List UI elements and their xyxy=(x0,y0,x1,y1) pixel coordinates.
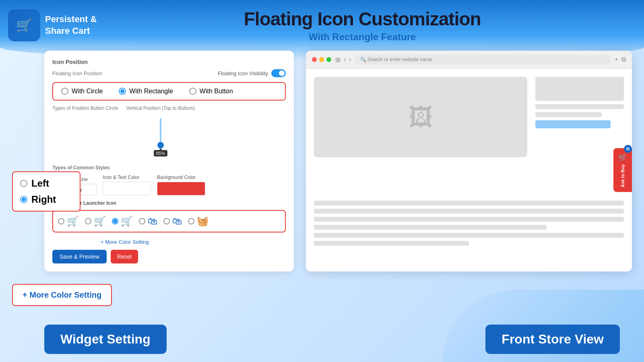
icon-opt-3[interactable]: 🛒 xyxy=(112,216,133,227)
slider-track: 85% xyxy=(160,118,161,154)
back-icon[interactable]: ‹ xyxy=(344,56,346,63)
vertical-slider-area: 85% xyxy=(126,114,195,162)
image-placeholder-icon: 🖼 xyxy=(409,103,433,131)
full-width-lines xyxy=(314,201,624,263)
dot-green[interactable] xyxy=(326,57,331,62)
dot-yellow[interactable] xyxy=(319,57,324,62)
float-text: Ask to Buy xyxy=(620,164,625,187)
left-radio[interactable] xyxy=(20,180,27,187)
icon-radio-4[interactable] xyxy=(139,218,145,224)
icon-opt-5[interactable]: 🛍 xyxy=(163,216,182,227)
background-color-label: Background Color xyxy=(157,175,205,180)
left-option[interactable]: Left xyxy=(20,178,72,189)
with-button-radio[interactable] xyxy=(189,88,196,95)
address-bar[interactable]: 🔍 Search or enter website name xyxy=(355,55,611,64)
dot-red[interactable] xyxy=(312,57,317,62)
with-rectangle-option[interactable]: With Rectangle xyxy=(119,88,173,95)
cart-icon-6: 🧺 xyxy=(197,216,209,227)
browser-dots xyxy=(312,57,331,62)
types-label: Types of Position Button Circle xyxy=(52,105,118,111)
window-icon[interactable]: ⊞ xyxy=(335,56,341,64)
cart-icon-4: 🛍 xyxy=(148,216,157,227)
with-rectangle-radio[interactable] xyxy=(119,88,126,95)
with-button-label: With Button xyxy=(200,88,233,95)
background-color-swatch[interactable] xyxy=(157,182,205,195)
plus-icon[interactable]: + xyxy=(615,56,618,63)
logo-icon: 🛒 xyxy=(16,18,32,33)
visibility-toggle[interactable] xyxy=(271,69,286,77)
action-buttons: Save & Preview Reset xyxy=(52,250,286,263)
vertical-col: Vertical Position (Top to Bottom) 85% xyxy=(126,105,195,162)
icon-text-color-field: Icon & Text Color xyxy=(103,175,151,195)
right-label: Right xyxy=(31,194,56,205)
slider-thumb[interactable]: 85% xyxy=(157,142,164,148)
float-cart-icon: 🛒 xyxy=(618,153,627,162)
sub-title: With Rectangle Feature xyxy=(97,31,628,43)
settings-panel: Left Right + More Color Setting Icon Pos… xyxy=(12,51,294,272)
icon-radio-3[interactable] xyxy=(112,218,118,224)
logo-area: 🛒 Persistent & Share Cart xyxy=(8,9,97,41)
left-label: Left xyxy=(31,178,49,189)
radio-options-bar: With Circle With Rectangle With Button xyxy=(52,82,286,101)
fw-line-4 xyxy=(314,225,547,230)
with-rectangle-label: With Rectangle xyxy=(129,88,173,95)
content-line-1 xyxy=(535,77,624,101)
logo-text: Persistent & Share Cart xyxy=(45,14,97,37)
cart-icon-3: 🛒 xyxy=(121,216,133,227)
content-lines-right xyxy=(535,77,624,146)
with-button-option[interactable]: With Button xyxy=(189,88,233,95)
vertical-label: Vertical Position (Top to Bottom) xyxy=(126,105,195,111)
search-icon: 🔍 xyxy=(360,57,366,62)
copy-icon[interactable]: ⧉ xyxy=(621,56,626,63)
bottom-labels: Widget Setting Front Store View xyxy=(0,325,644,354)
more-color-big-button[interactable]: + More Color Setting xyxy=(12,284,112,306)
background-color-field: Background Color xyxy=(157,175,205,195)
section-label: Icon Position xyxy=(52,59,286,65)
icon-opt-6[interactable]: 🧺 xyxy=(188,216,209,227)
more-color-link[interactable]: + More Color Setting xyxy=(101,239,149,245)
floating-rectangle-button[interactable]: N 🛒 Ask to Buy xyxy=(613,148,632,192)
content-line-3 xyxy=(535,112,602,117)
address-placeholder: Search or enter website name xyxy=(367,57,432,62)
browser-bar: ⊞ ‹ › 🔍 Search or enter website name + ⧉ xyxy=(306,51,632,69)
browser-content: 🖼 N 🛒 Ask to Buy xyxy=(306,69,632,272)
right-radio[interactable] xyxy=(20,196,27,203)
widget-setting-button[interactable]: Widget Setting xyxy=(44,325,167,354)
icon-opt-1[interactable]: 🛒 xyxy=(58,216,79,227)
reset-button[interactable]: Reset xyxy=(111,250,138,263)
icon-opt-2[interactable]: 🛒 xyxy=(85,216,106,227)
common-styles-label: Types of Common Styles xyxy=(52,165,286,171)
icon-selector: 🛒 🛒 🛒 🛍 🛍 xyxy=(52,210,286,232)
icon-text-color-swatch[interactable] xyxy=(103,182,151,195)
cart-icon-1: 🛒 xyxy=(67,216,79,227)
with-circle-option[interactable]: With Circle xyxy=(61,88,103,95)
cart-icon-5: 🛍 xyxy=(172,216,182,227)
fw-line-5 xyxy=(314,233,624,238)
icon-radio-1[interactable] xyxy=(58,218,64,224)
save-preview-button[interactable]: Save & Preview xyxy=(52,250,107,263)
content-area: Left Right + More Color Setting Icon Pos… xyxy=(0,51,644,272)
floating-position-label: Floating Icon Position xyxy=(52,70,102,76)
icon-opt-4[interactable]: 🛍 xyxy=(139,216,157,227)
cart-icon-2: 🛒 xyxy=(94,216,106,227)
browser-actions: + ⧉ xyxy=(615,56,626,63)
icon-radio-6[interactable] xyxy=(188,218,194,224)
header-title-area: Floating Icon Customization With Rectang… xyxy=(97,8,628,43)
right-option[interactable]: Right xyxy=(20,194,72,205)
icon-text-color-label: Icon & Text Color xyxy=(103,175,151,180)
icon-radio-2[interactable] xyxy=(85,218,91,224)
types-col: Types of Position Button Circle xyxy=(52,105,118,162)
content-line-2 xyxy=(535,104,624,109)
forward-icon[interactable]: › xyxy=(349,56,351,63)
icon-radio-5[interactable] xyxy=(163,218,170,224)
more-color-btn-label: + More Color Setting xyxy=(23,290,101,300)
slider-tooltip: 85% xyxy=(154,150,167,156)
common-styles-row: Display Tag Line Icon & Text Color Backg… xyxy=(52,175,286,195)
content-line-highlight xyxy=(535,120,611,128)
widget-card: Icon Position Floating Icon Position Flo… xyxy=(44,51,294,272)
front-store-button[interactable]: Front Store View xyxy=(485,325,620,354)
with-circle-radio[interactable] xyxy=(61,88,68,95)
fw-line-3 xyxy=(314,217,624,222)
browser-mockup: ⊞ ‹ › 🔍 Search or enter website name + ⧉… xyxy=(306,51,632,272)
two-col-layout: Types of Position Button Circle Vertical… xyxy=(52,105,286,162)
